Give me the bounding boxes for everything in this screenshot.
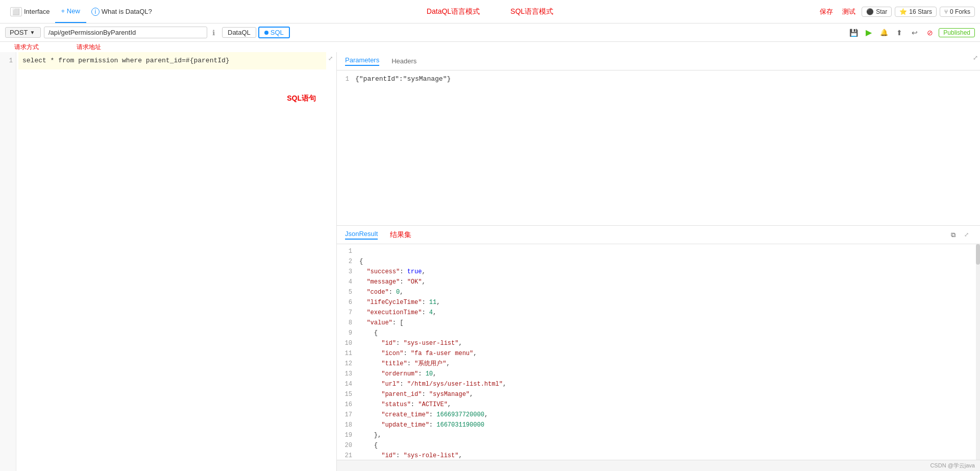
tab-headers[interactable]: Headers — [391, 57, 416, 65]
result-tabs-bar: JsonResult 结果集 ⧉ ⤢ — [337, 226, 980, 244]
result-line-12: "ordernum": 10, — [359, 370, 436, 378]
result-line-16: "create_time": 1666937720000, — [359, 411, 488, 418]
editor-line-numbers: 1 — [0, 52, 16, 471]
expand-result-btn[interactable]: ⤢ — [961, 229, 972, 241]
result-line-18: }, — [359, 432, 381, 439]
bottom-text: CSDN @学云java — [930, 462, 975, 469]
bell-icon-btn[interactable]: 🔔 — [877, 26, 891, 39]
interface-icon: ⬜ — [10, 7, 22, 16]
result-scrollbar-thumb — [976, 244, 980, 265]
stop-icon-btn[interactable]: ⊘ — [923, 26, 937, 39]
dataql-lang-btn[interactable]: DataQL — [222, 27, 256, 38]
right-panel: Parameters Headers ⤢ 1 {"parentId":"sysM… — [337, 52, 980, 471]
result-line-9: "id": "sys-user-list", — [359, 340, 462, 347]
star-btn[interactable]: ⚫ Star — [862, 7, 892, 17]
params-tabs: Parameters Headers ⤢ — [337, 52, 980, 70]
main-content: 1 select * from permission where parent_… — [0, 52, 980, 471]
run-icon-btn[interactable]: ▶ — [862, 26, 875, 39]
upload-icon-btn[interactable]: ⬆ — [893, 26, 906, 39]
github-icon: ⚫ — [866, 8, 874, 15]
result-line-14: "parent_id": "sysManage", — [359, 391, 473, 398]
save-icon-btn[interactable]: 💾 — [847, 26, 860, 39]
fork-icon: ⑂ — [944, 8, 948, 15]
result-line-20: "id": "sys-role-list", — [359, 452, 462, 459]
result-line-15: "status": "ACTIVE", — [359, 401, 451, 408]
result-line-7: "value": [ — [359, 319, 403, 326]
result-line-11: "title": "系统用户", — [359, 360, 450, 367]
method-label: POST — [10, 29, 28, 36]
nav-interface-label: Interface — [24, 8, 50, 15]
info-icon: ℹ — [212, 29, 215, 37]
nav-help[interactable]: i What is DataQL? — [86, 0, 157, 23]
sql-btn-label: SQL — [271, 29, 284, 36]
forks-count-badge[interactable]: ⑂ 0 Forks — [940, 7, 975, 17]
forks-count-label: 0 Forks — [950, 8, 970, 15]
result-code-content: { "success": true, "message": "OK", "cod… — [337, 244, 980, 471]
result-line-8: { — [359, 329, 378, 337]
lang-toggle-group: DataQL SQL — [222, 27, 290, 38]
params-content[interactable]: 1 {"parentId":"sysManage"} — [337, 70, 980, 225]
result-line-17: "update_time": 1667031190000 — [359, 421, 484, 429]
result-icons: ⧉ ⤢ — [947, 229, 972, 241]
bottom-status-bar: CSDN @学云java — [337, 460, 980, 471]
nav-new-label: + New — [61, 7, 80, 15]
undo-icon-btn[interactable]: ↩ — [908, 26, 921, 39]
save-btn[interactable]: 保存 — [817, 7, 836, 16]
sql-dot — [264, 31, 268, 35]
result-line-3: "message": "OK", — [359, 278, 426, 286]
result-line-19: { — [359, 442, 378, 449]
tab-json-result[interactable]: JsonResult — [345, 230, 378, 240]
copy-result-btn[interactable]: ⧉ — [947, 229, 959, 241]
editor-expand-btn[interactable]: ⤢ — [326, 54, 334, 62]
editor-code[interactable]: select * from permission where parent_id… — [18, 52, 326, 69]
sql-annotation-label: SQL语句 — [287, 94, 316, 103]
nav-help-label: What is DataQL? — [102, 8, 152, 15]
help-icon: i — [91, 8, 100, 16]
nav-new[interactable]: + New — [55, 0, 86, 23]
url-input[interactable] — [44, 27, 207, 38]
mode-dataql-btn[interactable]: DataQL语言模式 — [427, 7, 480, 16]
req-method-lbl: 请求方式 — [14, 43, 39, 52]
result-line-1: { — [359, 258, 363, 265]
method-select[interactable]: POST ▼ — [5, 27, 41, 38]
stars-count-badge[interactable]: ⭐ 16 Stars — [895, 7, 937, 17]
params-line-numbers: 1 — [337, 70, 351, 85]
mode-sql-btn[interactable]: SQL语言模式 — [510, 7, 553, 16]
result-line-2: "success": true, — [359, 268, 426, 275]
result-line-10: "icon": "fa fa-user menu", — [359, 350, 477, 357]
tab-result-set[interactable]: 结果集 — [390, 230, 411, 240]
result-content[interactable]: 123456789101112131415161718192021222324 … — [337, 244, 980, 471]
stars-count-label: 16 Stars — [909, 8, 932, 15]
result-line-13: "url": "/html/sys/user-list.html", — [359, 381, 506, 388]
result-line-numbers: 123456789101112131415161718192021222324 — [337, 244, 355, 471]
result-line-6: "executionTime": 4, — [359, 309, 436, 316]
result-line-5: "lifeCycleTime": 11, — [359, 299, 440, 306]
params-panel: Parameters Headers ⤢ 1 {"parentId":"sysM… — [337, 52, 980, 226]
star-count-icon: ⭐ — [899, 8, 907, 15]
code-line-1: select * from permission where parent_id… — [22, 57, 230, 64]
params-code-content: {"parentId":"sysManage"} — [355, 75, 451, 83]
dataql-btn-label: DataQL — [228, 29, 251, 36]
req-url-lbl: 请求地址 — [77, 43, 101, 52]
params-expand-btn[interactable]: ⤢ — [973, 54, 978, 61]
result-panel: JsonResult 结果集 ⧉ ⤢ 123456789101112131415… — [337, 226, 980, 471]
dropdown-icon: ▼ — [30, 30, 35, 35]
editor-panel: 1 select * from permission where parent_… — [0, 52, 337, 471]
test-btn[interactable]: 测试 — [839, 7, 859, 16]
published-badge: Published — [939, 28, 975, 37]
sql-lang-btn[interactable]: SQL — [258, 27, 290, 38]
nav-interface[interactable]: ⬜ Interface — [5, 0, 55, 23]
published-label: Published — [943, 29, 970, 36]
result-line-4: "code": 0, — [359, 289, 403, 296]
star-label: Star — [876, 8, 887, 15]
tab-parameters[interactable]: Parameters — [345, 56, 379, 66]
result-scrollbar[interactable] — [976, 244, 980, 471]
params-code: {"parentId":"sysManage"} — [337, 70, 980, 85]
